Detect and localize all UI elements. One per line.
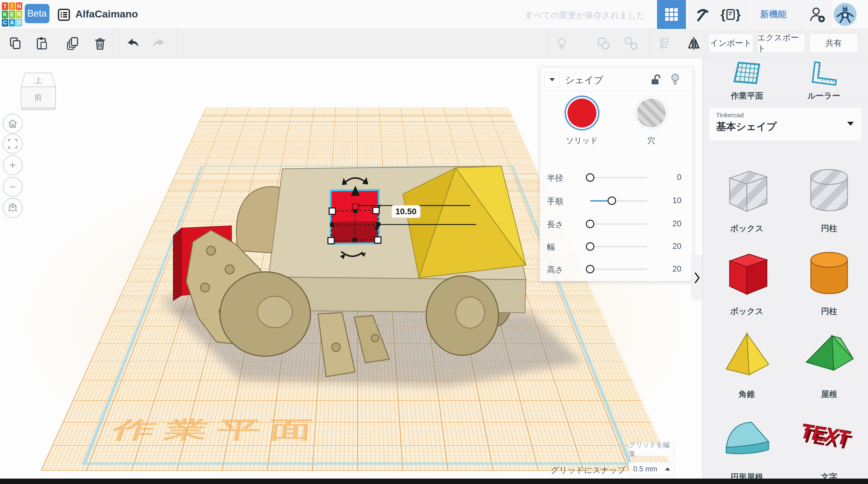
slider-track[interactable] xyxy=(590,223,647,225)
shape-panel-header: シェイプ xyxy=(540,67,693,91)
solid-label: ソリッド xyxy=(559,135,604,146)
beta-button[interactable]: Beta xyxy=(25,4,50,23)
chevron-right-icon xyxy=(693,271,701,284)
chevron-down-icon xyxy=(550,78,555,81)
shape-inspector-panel: シェイプ ソリッド 穴 半径 0 手順 10 xyxy=(539,67,693,281)
shape-pyramid[interactable]: 角錐 xyxy=(708,323,786,401)
delete-icon[interactable] xyxy=(93,36,107,51)
slider-row-length: 長さ 20 xyxy=(540,216,693,232)
svg-text:10.50: 10.50 xyxy=(396,207,416,216)
slider-knob[interactable] xyxy=(586,173,594,182)
slider-knob[interactable] xyxy=(586,265,594,273)
show-all-bulb-icon[interactable] xyxy=(555,36,569,51)
slider-knob[interactable] xyxy=(608,196,616,205)
view-cube-front-label: 前 xyxy=(34,93,42,102)
copy-icon[interactable] xyxy=(8,36,23,51)
snap-grid-select[interactable]: 0.5 mm xyxy=(629,462,675,476)
logo-tile: I xyxy=(9,2,15,10)
solid-option[interactable]: ソリッド xyxy=(559,98,604,146)
workplane-tool[interactable]: 作業平面 xyxy=(710,60,784,101)
shape-roof[interactable]: 屋根 xyxy=(790,323,868,401)
ruler-label: ルーラー xyxy=(787,90,861,101)
group-icon[interactable] xyxy=(596,36,611,51)
redo-icon[interactable] xyxy=(151,36,166,51)
fit-view-button[interactable] xyxy=(3,134,23,154)
codeblocks-button[interactable]: { } xyxy=(717,0,744,29)
bottom-strip xyxy=(0,479,868,484)
unlock-icon[interactable] xyxy=(649,72,663,87)
slider-track[interactable] xyxy=(590,246,647,247)
divider xyxy=(703,102,868,102)
undo-icon[interactable] xyxy=(126,36,141,51)
round-roof-teal-icon xyxy=(718,410,775,467)
shape-box-hole[interactable]: ボックス xyxy=(708,157,786,236)
logo-tile: T xyxy=(2,2,8,10)
ruler-tool[interactable]: ルーラー xyxy=(787,60,861,101)
brace-icon: } xyxy=(736,8,741,21)
document-title[interactable]: AlfaCaimano xyxy=(75,8,138,20)
slider-track[interactable] xyxy=(590,269,647,270)
hole-option[interactable]: 穴 xyxy=(629,98,674,146)
shape-text[interactable]: TEXT TEXT 文字 xyxy=(790,405,868,484)
slider-knob[interactable] xyxy=(586,242,594,251)
dimension-label[interactable]: 10.50 xyxy=(392,205,421,218)
slider-track[interactable] xyxy=(590,177,647,178)
shape-cylinder-hole[interactable]: 円柱 xyxy=(790,157,868,236)
viewport-3d[interactable]: 作業平面 xyxy=(0,58,702,484)
shape-label: 円柱 xyxy=(790,223,868,234)
library-name: 基本シェイプ xyxy=(716,120,855,133)
red-box-left-face[interactable] xyxy=(173,228,181,300)
logo-tile: R xyxy=(16,10,22,18)
shape-box-red[interactable]: ボックス xyxy=(708,240,786,319)
ruler-icon xyxy=(809,60,838,87)
mirror-icon[interactable] xyxy=(687,36,701,51)
wheel-front-hub xyxy=(257,296,292,328)
tinkercad-logo[interactable]: T I N K E R C A D xyxy=(2,2,22,27)
workplane-label: 作業平面 xyxy=(710,90,784,101)
hide-bulb-icon[interactable] xyxy=(668,72,682,86)
solid-swatch[interactable] xyxy=(567,98,596,127)
collapse-panel-button[interactable] xyxy=(545,72,560,87)
home-view-button[interactable] xyxy=(3,114,23,133)
new-features-link[interactable]: 新機能 xyxy=(745,0,802,29)
view-cube[interactable]: 上 前 xyxy=(16,70,61,118)
slider-value: 20 xyxy=(673,264,681,274)
slider-value: 10 xyxy=(673,196,681,205)
snap-to-grid-label: グリッドにスナップ xyxy=(547,465,626,476)
paste-icon[interactable] xyxy=(35,36,50,51)
shape-library-select[interactable]: Tinkercad 基本シェイプ xyxy=(709,107,862,141)
box-hole-icon xyxy=(718,161,775,218)
export-button[interactable]: エクスポート xyxy=(757,33,805,53)
hole-swatch[interactable] xyxy=(637,98,666,127)
avatar[interactable] xyxy=(834,3,857,26)
import-button[interactable]: インポート xyxy=(708,33,753,53)
duplicate-icon[interactable] xyxy=(65,36,80,51)
minecraft-pickaxe-button[interactable] xyxy=(688,0,716,29)
blocks-grid-button[interactable] xyxy=(657,0,686,29)
divider xyxy=(802,0,802,29)
align-icon[interactable] xyxy=(658,36,673,51)
zoom-out-button[interactable]: − xyxy=(3,177,23,197)
sidebar-collapse-tab[interactable] xyxy=(691,255,702,300)
logo-tile: C xyxy=(2,19,8,27)
zoom-in-button[interactable]: + xyxy=(3,155,23,175)
robot-avatar-icon xyxy=(836,5,854,24)
slider-value: 20 xyxy=(673,219,681,229)
shape-label: 屋根 xyxy=(790,389,868,400)
edit-grid-button[interactable]: グリッドを編集 xyxy=(629,443,675,456)
ungroup-icon[interactable] xyxy=(624,36,638,51)
slider-knob[interactable] xyxy=(586,220,594,228)
perspective-toggle-button[interactable] xyxy=(3,198,23,218)
shape-cylinder-orange[interactable]: 円柱 xyxy=(790,240,868,319)
add-person-button[interactable] xyxy=(802,0,832,29)
share-button[interactable]: 共有 xyxy=(809,33,858,53)
design-properties-icon[interactable] xyxy=(57,8,70,21)
shape-round-roof[interactable]: 円形屋根 xyxy=(708,405,786,484)
slider-track[interactable] xyxy=(590,200,647,202)
height-scale-handle[interactable] xyxy=(352,204,358,209)
cylinder-orange-icon xyxy=(801,244,858,301)
brace-icon: { xyxy=(721,8,725,21)
workplane-icon xyxy=(733,60,762,87)
divider xyxy=(119,29,119,58)
logo-tile: D xyxy=(16,19,22,27)
